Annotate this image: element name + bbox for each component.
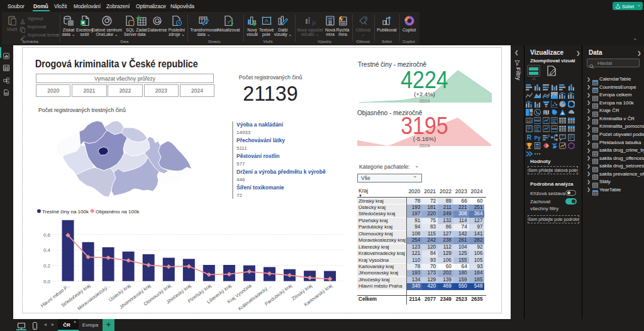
svg-text:A: A: [264, 18, 268, 24]
svg-text:fx: fx: [313, 20, 316, 26]
svg-text:123: 123: [526, 119, 532, 123]
svg-text:DAX: DAX: [4, 92, 9, 94]
svg-text:?: ?: [562, 135, 564, 138]
svg-text:Trestné činy na 100k: Trestné činy na 100k: [42, 209, 89, 215]
svg-text:0,2: 0,2: [43, 263, 51, 269]
svg-text:0,0: 0,0: [43, 279, 51, 284]
svg-text:0,4: 0,4: [43, 247, 51, 253]
svg-text:0,6: 0,6: [43, 232, 51, 238]
svg-text:Objasněno na 100k: Objasněno na 100k: [96, 209, 140, 215]
